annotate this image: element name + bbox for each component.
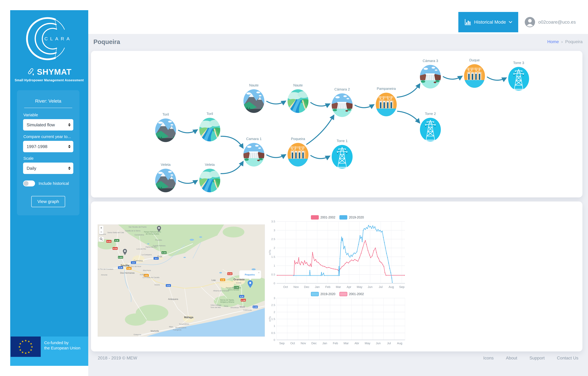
scale-select[interactable]: Daily: [23, 163, 73, 174]
clara-logo-text: CLARA: [44, 36, 72, 41]
node-camara2[interactable]: Cámara 2: [331, 87, 353, 117]
map-label: Écija: [158, 255, 162, 258]
include-historical-toggle[interactable]: [23, 180, 35, 187]
plant-icon: [464, 64, 485, 88]
flow-arrow: [221, 161, 243, 174]
node-veleta-river[interactable]: Veleta: [198, 163, 222, 193]
zoom-in-button[interactable]: +: [100, 226, 102, 230]
node-naute-src[interactable]: Naute: [243, 83, 265, 113]
svg-text:N-432: N-432: [228, 273, 232, 275]
plant-icon: [375, 92, 397, 117]
clara-crescent-icon: CLARA: [24, 13, 75, 67]
map-label: Almuñécar: [230, 306, 239, 309]
node-duque[interactable]: Duque: [464, 58, 485, 88]
map-label: Almijara y Alhama: [220, 301, 234, 303]
node-torre2[interactable]: Torre 2: [419, 112, 441, 142]
historical-mode-button[interactable]: Historical Mode: [458, 12, 518, 32]
svg-text:0: 0: [274, 338, 275, 341]
variable-select[interactable]: Simulated flow: [23, 119, 73, 131]
chart-legend: 2001-20022019-2020: [268, 214, 407, 220]
svg-text:Nov: Nov: [293, 285, 299, 289]
svg-text:Feb: Feb: [333, 342, 338, 345]
include-historical-label: Include historical: [39, 181, 69, 186]
map-label: Loja: [212, 279, 216, 281]
node-label: Veleta: [205, 163, 215, 167]
node-toril-src[interactable]: Toril: [155, 112, 176, 143]
node-label: Toril: [206, 112, 213, 116]
svg-text:May: May: [357, 285, 362, 289]
node-torre3[interactable]: Torre 3: [508, 61, 529, 91]
flow-comparison-line-chart: 2001-20022019-202000.511.522.533.5m³/sOc…: [268, 214, 407, 290]
node-camara3[interactable]: Cámara 3: [419, 59, 441, 89]
monthly-flow-bar-chart: 2019-20202001-200200.511.522.53m³/sSepOc…: [268, 291, 407, 346]
footer-link-icons[interactable]: Icons: [483, 355, 494, 361]
zoom-out-button[interactable]: −: [100, 230, 102, 234]
svg-text:★: ★: [18, 345, 21, 348]
footer-link-about[interactable]: About: [506, 355, 517, 361]
node-label: Camara 1: [246, 137, 262, 141]
map-label: Calahonda: [243, 309, 252, 311]
svg-text:Dec: Dec: [304, 285, 309, 289]
map-label: La Puebla de Cazalla: [143, 276, 159, 278]
include-historical-row: Include historical: [23, 180, 73, 187]
svg-text:3.5: 3.5: [271, 220, 275, 223]
legend-swatch: [311, 215, 319, 219]
popup-close-icon[interactable]: ✕: [258, 272, 260, 274]
svg-text:N-433: N-433: [107, 241, 111, 242]
road-badge: A-92: [166, 284, 171, 287]
svg-text:★: ★: [21, 340, 24, 343]
map-label: Estepona: [134, 334, 141, 335]
map-search-button[interactable]: [99, 237, 104, 242]
road-badge: N-433: [106, 240, 111, 243]
footer-link-support[interactable]: Support: [529, 355, 545, 361]
map-label: Alhama de Granada: [213, 290, 229, 292]
map-label: Vélez-Málaga: [210, 304, 221, 306]
map-label: San Nicolás del Puerto: [128, 226, 147, 228]
compare-select[interactable]: 1997-1998: [23, 141, 73, 152]
map-label: Mijas: [169, 326, 173, 328]
node-pampaneira[interactable]: Pampaneira: [375, 87, 397, 117]
map-label: Motril: [240, 306, 245, 308]
node-camara1[interactable]: Camara 1: [243, 137, 265, 167]
node-toril-river[interactable]: Toril: [198, 112, 222, 142]
road-badge: A-92: [220, 278, 225, 281]
footer-links: Icons About Support Contact Us: [483, 355, 582, 361]
flow-arrow: [355, 105, 374, 108]
app-name: SHYMAT: [37, 67, 72, 76]
map-canvas[interactable]: N-433A-66N-630E-803A-49A-92A-4A-92A-432A…: [98, 225, 265, 336]
toggle-knob: [24, 181, 29, 186]
road-badge: A-44: [239, 295, 244, 298]
river-title: River: Veleta: [23, 98, 73, 104]
svg-text:Jan: Jan: [315, 285, 320, 289]
node-torre1[interactable]: Torre 1: [331, 139, 353, 169]
topbar: Historical Mode o02coare@uco.es: [88, 10, 588, 34]
svg-text:2.5: 2.5: [271, 303, 275, 306]
clara-logo: CLARA: [10, 10, 88, 67]
page-header: Poqueira Home › Poqueira: [88, 34, 588, 50]
flow-arrow: [487, 77, 506, 80]
variable-label: Variable: [23, 113, 73, 117]
svg-text:Oct: Oct: [290, 342, 295, 345]
node-poqueira[interactable]: Poqueira: [287, 137, 309, 167]
svg-text:★: ★: [28, 351, 30, 354]
svg-text:0.5: 0.5: [271, 331, 275, 334]
map-label: Benalmádena: [175, 327, 186, 329]
node-label: Toril: [162, 112, 169, 116]
breadcrumb-home[interactable]: Home: [547, 39, 559, 44]
svg-text:3: 3: [274, 229, 275, 232]
flow-arrow: [310, 155, 330, 159]
user-menu[interactable]: o02coare@uco.es: [524, 17, 576, 28]
main-content: Historical Mode o02coare@uco.es Poqueira…: [88, 10, 588, 376]
chart-legend: 2019-20202001-2002: [268, 291, 407, 297]
svg-text:★: ★: [30, 342, 32, 345]
svg-text:A-4: A-4: [155, 258, 158, 259]
tower-icon: [419, 117, 441, 142]
node-naute-river[interactable]: Naute: [287, 83, 310, 113]
svg-text:Oct: Oct: [283, 285, 288, 289]
node-veleta-src[interactable]: Veleta: [155, 163, 176, 193]
user-email: o02coare@uco.es: [538, 19, 576, 25]
eu-banner: ★★★★★★★★★★★★ Co-funded by the European U…: [10, 336, 88, 366]
view-graph-button[interactable]: View graph: [31, 196, 65, 207]
map-label: Cazalla de la Sierra: [125, 230, 140, 232]
footer-link-contact[interactable]: Contact Us: [557, 355, 578, 361]
